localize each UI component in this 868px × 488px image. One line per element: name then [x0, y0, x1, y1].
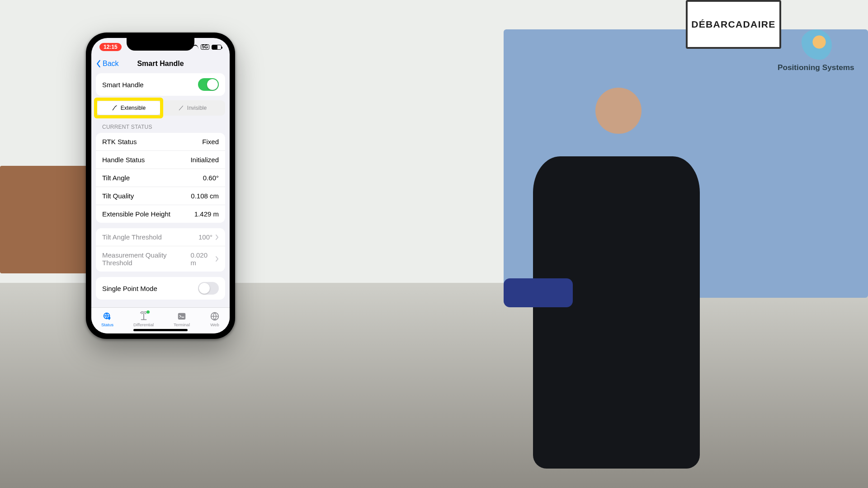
pole-invisible-icon [178, 105, 184, 111]
back-label: Back [103, 60, 119, 68]
phone-notch [127, 38, 194, 51]
segment-extensible-label: Extensible [121, 105, 146, 111]
segment-invisible[interactable]: Invisible [160, 101, 224, 115]
smart-handle-label: Smart Handle [102, 81, 144, 89]
tilt-quality-value: 0.108 cm [191, 192, 219, 200]
single-point-switch[interactable] [198, 282, 219, 295]
navbar: Back Smart Handle [91, 54, 230, 73]
tab-web-label: Web [210, 322, 219, 327]
pole-extensible-icon [112, 105, 118, 111]
tilt-threshold-value: 100° [198, 233, 212, 241]
page-title: Smart Handle [137, 60, 184, 68]
tab-web[interactable]: Web [210, 311, 220, 327]
pole-height-value: 1.429 m [194, 210, 219, 218]
segment-invisible-label: Invisible [187, 105, 207, 111]
rtk-status-value: Fixed [202, 138, 219, 145]
thresholds-card: Tilt Angle Threshold 100° Measurement Qu… [96, 228, 225, 272]
web-icon [210, 311, 220, 321]
current-status-header: CURRENT STATUS [96, 117, 225, 133]
tab-status-label: Status [101, 322, 113, 327]
street-sign: DÉBARCADAIRE [686, 0, 781, 49]
status-row-tilt-quality: Tilt Quality 0.108 cm [96, 187, 225, 205]
quality-threshold-row[interactable]: Measurement Quality Threshold 0.020 m [96, 246, 225, 272]
antenna-icon [139, 311, 149, 321]
tab-status[interactable]: Status [101, 311, 113, 327]
smart-handle-switch[interactable] [198, 78, 219, 91]
brand-logo: Positioning Systems [777, 29, 855, 72]
tab-terminal-label: Terminal [174, 322, 190, 327]
status-row-handle: Handle Status Initialized [96, 150, 225, 169]
home-indicator[interactable] [133, 329, 188, 331]
current-status-card: RTK Status Fixed Handle Status Initializ… [96, 133, 225, 223]
tilt-angle-value: 0.60° [203, 174, 219, 182]
tabbar: Status Differential Terminal [91, 307, 230, 333]
handle-mode-segmented[interactable]: Extensible Invisible [96, 100, 225, 116]
statusbar-network: 5G [201, 44, 209, 50]
tilt-threshold-row[interactable]: Tilt Angle Threshold 100° [96, 228, 225, 246]
statusbar-time: 12:15 [99, 43, 122, 51]
tab-differential[interactable]: Differential [133, 311, 154, 327]
single-point-card: Single Point Mode [96, 277, 225, 300]
chevron-right-icon [215, 234, 219, 240]
quality-threshold-value: 0.020 m [190, 251, 212, 267]
tab-differential-label: Differential [133, 322, 154, 327]
status-row-rtk: RTK Status Fixed [96, 133, 225, 150]
phone-screen: 12:15 SOS 5G Back Smart Handle [91, 38, 230, 333]
back-button[interactable]: Back [96, 54, 119, 73]
chevron-left-icon [96, 60, 101, 68]
status-row-tilt-angle: Tilt Angle 0.60° [96, 169, 225, 187]
status-row-pole-height: Extensible Pole Height 1.429 m [96, 205, 225, 223]
tab-terminal[interactable]: Terminal [174, 311, 190, 327]
battery-icon [212, 45, 222, 50]
smart-handle-toggle-card: Smart Handle [96, 73, 225, 96]
svg-rect-1 [178, 313, 186, 320]
handle-status-value: Initialized [190, 156, 219, 164]
single-point-label: Single Point Mode [102, 285, 157, 292]
phone-frame: 12:15 SOS 5G Back Smart Handle [86, 33, 235, 339]
terminal-icon [177, 311, 187, 321]
chevron-right-icon [215, 256, 219, 262]
globe-pin-icon [102, 311, 112, 321]
segment-extensible[interactable]: Extensible [97, 101, 160, 115]
status-dot [146, 310, 150, 314]
handheld-device [504, 278, 573, 308]
